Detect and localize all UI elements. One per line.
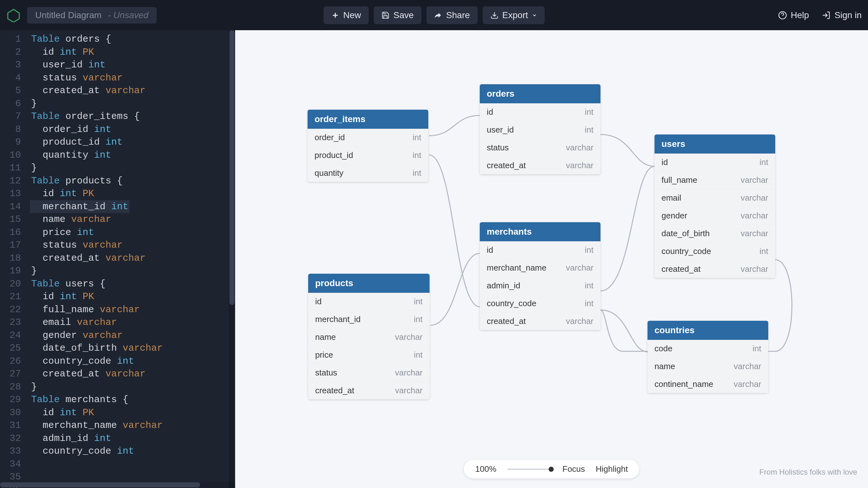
column-type: varchar	[566, 316, 593, 326]
credit-text: From Holistics folks with love	[760, 468, 857, 477]
column-type: varchar	[741, 211, 768, 221]
share-button[interactable]: Share	[426, 6, 477, 24]
save-icon	[381, 11, 390, 20]
table-column[interactable]: date_of_birthvarchar	[654, 225, 775, 242]
table-column[interactable]: user_idint	[480, 121, 600, 139]
table-countries[interactable]: countries codeintnamevarcharcontinent_na…	[648, 321, 768, 393]
column-type: varchar	[734, 379, 761, 389]
table-column[interactable]: product_idint	[308, 147, 428, 164]
table-column[interactable]: namevarchar	[648, 358, 768, 375]
zoom-slider[interactable]	[507, 468, 552, 470]
line-gutter: 1234567891011121314151617181920212223242…	[0, 30, 25, 488]
signin-label: Sign in	[834, 10, 862, 20]
toolbar: New Save Share Export	[323, 6, 545, 24]
table-column[interactable]: created_atvarchar	[480, 157, 600, 174]
export-label: Export	[502, 10, 528, 20]
column-name: status	[487, 143, 509, 152]
column-type: int	[414, 297, 423, 307]
help-link[interactable]: Help	[778, 10, 809, 20]
share-icon	[434, 11, 442, 20]
column-name: order_id	[314, 133, 345, 142]
column-type: varchar	[741, 229, 768, 238]
table-column[interactable]: order_idint	[308, 129, 428, 147]
column-type: varchar	[395, 332, 423, 342]
signin-link[interactable]: Sign in	[822, 10, 862, 20]
column-name: merchant_id	[315, 314, 361, 324]
column-type: int	[585, 245, 593, 255]
column-type: int	[760, 157, 768, 167]
table-column[interactable]: priceint	[308, 346, 430, 364]
diagram-name: Untitled Diagram	[35, 10, 102, 20]
table-column[interactable]: emailvarchar	[654, 189, 775, 207]
table-column[interactable]: created_atvarchar	[480, 313, 600, 330]
new-label: New	[343, 10, 361, 20]
table-column[interactable]: created_atvarchar	[308, 382, 430, 399]
new-button[interactable]: New	[323, 6, 369, 24]
column-name: gender	[661, 211, 687, 221]
save-button[interactable]: Save	[374, 6, 421, 24]
diagram-status: - Unsaved	[108, 10, 149, 20]
table-column[interactable]: merchant_namevarchar	[480, 259, 600, 277]
table-column[interactable]: country_codeint	[480, 295, 600, 313]
table-column[interactable]: full_namevarchar	[654, 171, 775, 189]
table-column[interactable]: idint	[480, 241, 600, 259]
diagram-title-chip[interactable]: Untitled Diagram - Unsaved	[27, 7, 157, 24]
table-merchants[interactable]: merchants idintmerchant_namevarcharadmin…	[480, 222, 600, 330]
column-name: id	[661, 157, 668, 167]
table-column[interactable]: merchant_idint	[308, 311, 430, 328]
table-column[interactable]: codeint	[648, 340, 768, 358]
editor-scrollbar-vertical[interactable]	[229, 30, 235, 488]
column-type: varchar	[741, 193, 768, 203]
zoom-control: 100% Focus Highlight	[464, 460, 639, 479]
column-name: name	[654, 362, 675, 371]
table-users[interactable]: users idintfull_namevarcharemailvarcharg…	[654, 135, 775, 278]
column-name: price	[315, 350, 333, 360]
column-name: id	[487, 245, 493, 255]
table-column[interactable]: idint	[654, 153, 775, 171]
table-column[interactable]: statusvarchar	[308, 364, 430, 382]
help-label: Help	[791, 10, 809, 20]
column-type: varchar	[741, 175, 768, 185]
column-type: varchar	[741, 264, 768, 274]
download-icon	[490, 11, 498, 20]
focus-button[interactable]: Focus	[562, 464, 585, 474]
table-orders[interactable]: orders idintuser_idintstatusvarcharcreat…	[480, 84, 600, 174]
column-type: varchar	[566, 161, 593, 170]
table-header: merchants	[480, 222, 600, 241]
table-column[interactable]: created_atvarchar	[654, 260, 775, 278]
column-type: varchar	[395, 385, 423, 396]
column-name: country_code	[487, 298, 536, 308]
diagram-canvas[interactable]: order_items order_idintproduct_idintquan…	[235, 30, 868, 488]
table-column[interactable]: quantityint	[308, 164, 428, 182]
column-name: date_of_birth	[661, 229, 710, 238]
column-name: status	[315, 368, 337, 378]
column-name: email	[661, 193, 681, 203]
column-name: created_at	[487, 316, 526, 326]
table-header: orders	[480, 84, 600, 103]
column-name: created_at	[487, 161, 526, 170]
table-column[interactable]: idint	[308, 293, 430, 311]
table-products[interactable]: products idintmerchant_idintnamevarcharp…	[308, 274, 430, 399]
table-column[interactable]: gendervarchar	[654, 207, 775, 225]
table-column[interactable]: idint	[480, 103, 600, 121]
code-content[interactable]: Table orders { id int PK user_id int sta…	[25, 30, 163, 488]
table-column[interactable]: continent_namevarchar	[648, 375, 768, 393]
table-column[interactable]: admin_idint	[480, 277, 600, 295]
zoom-level: 100%	[475, 464, 497, 474]
table-column[interactable]: namevarchar	[308, 328, 430, 346]
column-name: continent_name	[654, 379, 713, 389]
table-column[interactable]: statusvarchar	[480, 139, 600, 157]
column-type: int	[585, 107, 593, 117]
table-order-items[interactable]: order_items order_idintproduct_idintquan…	[308, 110, 428, 182]
column-type: varchar	[566, 263, 593, 273]
editor-scrollbar-horizontal[interactable]	[0, 482, 235, 488]
code-editor[interactable]: 1234567891011121314151617181920212223242…	[0, 30, 235, 488]
logo-icon	[6, 8, 21, 22]
column-type: int	[760, 247, 768, 256]
table-header: products	[308, 274, 430, 293]
table-column[interactable]: country_codeint	[654, 242, 775, 260]
export-button[interactable]: Export	[483, 6, 545, 24]
column-name: id	[315, 297, 321, 307]
column-type: int	[585, 125, 593, 135]
highlight-button[interactable]: Highlight	[596, 464, 628, 474]
